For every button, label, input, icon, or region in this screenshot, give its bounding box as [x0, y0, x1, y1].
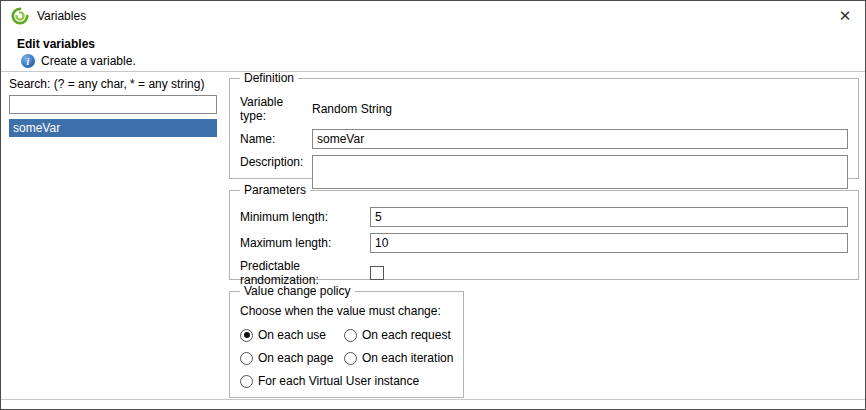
- predictable-randomization-checkbox[interactable]: ✓: [370, 266, 384, 280]
- definition-legend: Definition: [240, 71, 298, 85]
- value-change-policy-group: Value change policy Choose when the valu…: [229, 284, 464, 398]
- definition-group: Definition Variable type: Random String …: [229, 71, 859, 179]
- minimum-length-label: Minimum length:: [240, 210, 370, 224]
- maximum-length-label: Maximum length:: [240, 236, 370, 250]
- maximum-length-row: Maximum length:: [240, 233, 848, 253]
- minimum-length-row: Minimum length:: [240, 207, 848, 227]
- description-label: Description:: [240, 155, 312, 169]
- info-icon: i: [21, 54, 35, 68]
- variables-dialog: Variables ✕ Edit variables i Create a va…: [0, 0, 866, 410]
- radio-button-icon: [240, 329, 253, 342]
- maximum-length-input[interactable]: [370, 233, 848, 253]
- parameters-group: Parameters Minimum length: Maximum lengt…: [229, 183, 859, 280]
- predictable-randomization-label: Predictable randomization:: [240, 259, 370, 287]
- list-item-label: someVar: [13, 121, 60, 135]
- radio-label: On each use: [258, 328, 326, 342]
- policy-prompt: Choose when the value must change:: [240, 304, 453, 318]
- search-label: Search: (? = any char, * = any string): [9, 77, 217, 91]
- radio-label: On each request: [362, 328, 451, 342]
- radio-on-each-request[interactable]: On each request: [344, 328, 453, 342]
- radio-button-icon: [344, 329, 357, 342]
- radio-on-each-iteration[interactable]: On each iteration: [344, 351, 453, 365]
- name-row: Name:: [240, 129, 848, 149]
- footer-separator: [1, 399, 865, 400]
- radio-on-each-use[interactable]: On each use: [240, 328, 344, 342]
- policy-options: On each use On each request On each page…: [240, 328, 453, 388]
- radio-button-icon: [344, 352, 357, 365]
- page-title: Edit variables: [17, 37, 95, 51]
- radio-for-each-virtual-user-instance[interactable]: For each Virtual User instance: [240, 374, 453, 388]
- variable-list-panel: Search: (? = any char, * = any string) s…: [9, 77, 217, 401]
- list-item[interactable]: someVar: [9, 119, 217, 137]
- radio-label: On each iteration: [362, 351, 453, 365]
- hint-text: Create a variable.: [41, 54, 136, 68]
- radio-button-icon: [240, 352, 253, 365]
- search-input[interactable]: [9, 95, 217, 114]
- title-bar: Variables ✕: [1, 1, 865, 31]
- radio-label: For each Virtual User instance: [258, 374, 419, 388]
- radio-button-icon: [240, 375, 253, 388]
- variable-list[interactable]: someVar: [9, 119, 217, 401]
- close-button[interactable]: ✕: [831, 3, 859, 29]
- name-input[interactable]: [312, 129, 848, 149]
- minimum-length-input[interactable]: [370, 207, 848, 227]
- variable-type-value: Random String: [312, 102, 848, 116]
- value-change-policy-legend: Value change policy: [240, 284, 355, 298]
- app-logo-icon: [11, 7, 29, 25]
- variable-type-label: Variable type:: [240, 95, 312, 123]
- radio-on-each-page[interactable]: On each page: [240, 351, 344, 365]
- parameters-legend: Parameters: [240, 183, 310, 197]
- window-title: Variables: [37, 9, 86, 23]
- predictable-randomization-row: Predictable randomization: ✓: [240, 259, 848, 287]
- radio-label: On each page: [258, 351, 333, 365]
- variable-type-row: Variable type: Random String: [240, 95, 848, 123]
- name-label: Name:: [240, 132, 312, 146]
- hint-row: i Create a variable.: [21, 54, 136, 68]
